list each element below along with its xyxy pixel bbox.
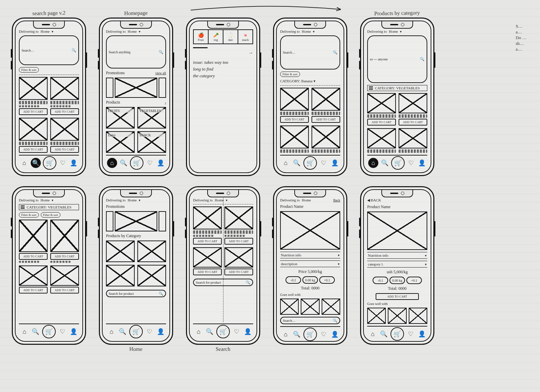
tab-cart[interactable]: 🛒 bbox=[391, 156, 405, 170]
search-input[interactable]: Search for product🔍 bbox=[106, 290, 166, 297]
filter-chip[interactable]: Filter & sort bbox=[19, 212, 39, 218]
related-scroll[interactable] bbox=[367, 308, 427, 324]
tab-favorites[interactable]: ♡ bbox=[407, 159, 415, 167]
add-to-cart-button[interactable]: ADD TO CART bbox=[19, 146, 48, 153]
category-bar[interactable]: CATEGORY: VEGETABLES bbox=[19, 204, 79, 210]
category-tile[interactable] bbox=[106, 265, 135, 286]
search-input[interactable]: Search…🔍 bbox=[280, 317, 340, 324]
product-card[interactable]: ADD TO CART bbox=[193, 206, 222, 245]
product-card[interactable]: ADD TO CART bbox=[50, 118, 79, 153]
tab-search[interactable]: 🔍 bbox=[31, 158, 41, 168]
product-card[interactable]: ADD TO CART bbox=[19, 265, 48, 293]
tab-home[interactable]: ⌂ bbox=[194, 327, 203, 336]
add-to-cart-button[interactable]: ADD TO CART bbox=[50, 287, 79, 293]
tab-search[interactable]: 🔍 bbox=[31, 327, 40, 336]
tab-home[interactable]: ⌂ bbox=[368, 158, 378, 168]
delivery-header[interactable]: Delivering toHome▾ bbox=[106, 198, 166, 202]
add-to-cart-button[interactable]: ADD TO CART bbox=[312, 116, 340, 123]
tab-home[interactable]: ⌂ bbox=[107, 158, 117, 168]
add-to-cart-button[interactable]: ADD TO CART bbox=[224, 269, 253, 275]
add-to-cart-button[interactable]: ADD TO CART bbox=[19, 253, 48, 260]
tab-favorites[interactable]: ♡ bbox=[145, 159, 154, 167]
tab-profile[interactable]: 👤 bbox=[156, 327, 165, 336]
tab-profile[interactable]: 👤 bbox=[243, 327, 252, 336]
product-card[interactable]: ADD TO CART bbox=[50, 265, 79, 293]
tab-profile[interactable]: 👤 bbox=[69, 327, 78, 336]
product-card[interactable]: ADD TO CART bbox=[224, 247, 253, 275]
tab-dairy[interactable]: 🥛dair bbox=[223, 30, 238, 44]
tab-home[interactable]: ⌂ bbox=[281, 159, 290, 167]
add-to-cart-button[interactable]: ADD TO CART bbox=[280, 116, 309, 123]
category-tile[interactable]: VEGETABLES bbox=[137, 107, 166, 129]
tab-home[interactable]: ⌂ bbox=[281, 330, 290, 339]
tab-cart[interactable]: 🛒 bbox=[130, 156, 143, 170]
search-input[interactable]: so --- anyone🔍 bbox=[367, 35, 427, 83]
tab-home[interactable]: ⌂ bbox=[20, 159, 29, 167]
add-to-cart-button[interactable]: ADD TO CART bbox=[19, 108, 48, 115]
tab-favorites[interactable]: ♡ bbox=[406, 330, 415, 338]
back-link[interactable]: ◀ BACK bbox=[367, 198, 381, 202]
category-bar[interactable]: CATEGORY: VEGETABLES bbox=[367, 85, 427, 91]
tab-search[interactable]: 🔍 bbox=[292, 330, 301, 339]
product-card[interactable] bbox=[280, 125, 309, 153]
product-card[interactable]: ADD TO CART bbox=[399, 93, 427, 125]
category-tile[interactable] bbox=[137, 241, 166, 262]
delivery-header[interactable]: Delivering toHomeBack bbox=[280, 198, 340, 202]
add-to-cart-button[interactable]: ADD TO CART bbox=[399, 119, 427, 125]
filter-chip[interactable]: Filter & sort bbox=[280, 72, 300, 77]
add-to-cart-button[interactable]: ADD TO CART bbox=[50, 108, 79, 115]
tab-search[interactable]: 🔍 bbox=[380, 159, 389, 167]
stepper-minus-button[interactable]: -0.1 bbox=[286, 276, 301, 284]
related-scroll[interactable] bbox=[280, 299, 340, 315]
product-card[interactable]: ADD TO CART bbox=[193, 247, 222, 275]
tab-fruit[interactable]: 🍎Fruit bbox=[194, 30, 209, 44]
category-tile[interactable]: Dairy bbox=[106, 131, 135, 153]
stepper-plus-button[interactable]: +0.1 bbox=[406, 277, 422, 284]
delivery-header[interactable]: Delivering toHome▾ bbox=[19, 198, 79, 202]
description-accordion[interactable]: description▾ bbox=[280, 260, 340, 267]
tab-cart[interactable]: 🛒 bbox=[216, 325, 230, 338]
product-card[interactable]: ADD TO CART bbox=[367, 93, 396, 125]
tab-profile[interactable]: 👤 bbox=[417, 330, 426, 338]
filter-chip[interactable]: Filter & sort bbox=[41, 212, 61, 218]
category-accordion[interactable]: category l.▾ bbox=[367, 261, 427, 268]
delivery-header[interactable]: Delivering to Home ▾ bbox=[367, 29, 427, 33]
tab-profile[interactable]: 👤 bbox=[330, 159, 339, 167]
category-tile[interactable]: SNACK bbox=[137, 131, 166, 153]
product-card[interactable] bbox=[367, 128, 396, 153]
tab-profile[interactable]: 👤 bbox=[156, 159, 165, 167]
delivery-header[interactable]: Delivering to Home ▾ bbox=[280, 29, 340, 33]
tab-veg[interactable]: 🥕veg bbox=[209, 30, 223, 44]
tab-favorites[interactable]: ♡ bbox=[58, 159, 67, 167]
filter-chip[interactable]: Filter & sort bbox=[19, 67, 39, 73]
add-to-cart-button[interactable]: ADD TO CART bbox=[19, 287, 48, 293]
promo-carousel[interactable] bbox=[106, 78, 166, 98]
tab-search[interactable]: 🔍 bbox=[379, 330, 388, 338]
tab-favorites[interactable]: ♡ bbox=[58, 327, 67, 336]
tab-favorites[interactable]: ♡ bbox=[319, 330, 328, 339]
tab-cart[interactable]: 🛒 bbox=[43, 156, 56, 170]
category-dropdown[interactable]: CATEGORY: Banana ▾ bbox=[280, 79, 340, 83]
delivery-header[interactable]: Delivering to Home ▾ bbox=[19, 29, 79, 33]
stepper-minus-button[interactable]: -0.1 bbox=[373, 277, 388, 284]
tab-search[interactable]: 🔍 bbox=[205, 327, 214, 336]
product-card[interactable]: ADD TO CART bbox=[224, 206, 253, 245]
tab-home[interactable]: ⌂ bbox=[107, 327, 116, 336]
add-to-cart-button[interactable]: ADD TO CART bbox=[193, 269, 222, 275]
add-to-cart-button[interactable]: ADD TO CART bbox=[376, 293, 419, 300]
add-to-cart-button[interactable]: ADD TO CART bbox=[50, 146, 79, 153]
tab-cart[interactable]: 🛒 bbox=[303, 328, 317, 341]
tab-search[interactable]: 🔍 bbox=[119, 159, 128, 167]
tab-cart[interactable]: 🛒 bbox=[390, 327, 404, 341]
add-to-cart-button[interactable]: ADD TO CART bbox=[367, 119, 396, 125]
nutrition-accordion[interactable]: Nutrition info▾ bbox=[367, 252, 427, 259]
view-all-link[interactable]: view all bbox=[155, 71, 166, 75]
product-card[interactable] bbox=[399, 128, 427, 153]
chevron-right-icon[interactable]: › bbox=[165, 101, 166, 104]
tab-profile[interactable]: 👤 bbox=[69, 159, 78, 167]
product-card[interactable]: ADD TO CART bbox=[280, 88, 309, 123]
tab-favorites[interactable]: ♡ bbox=[232, 327, 241, 336]
tab-cart[interactable]: 🛒 bbox=[303, 156, 317, 170]
promo-carousel[interactable] bbox=[106, 211, 166, 231]
add-to-cart-button[interactable]: ADD TO CART bbox=[193, 238, 222, 245]
